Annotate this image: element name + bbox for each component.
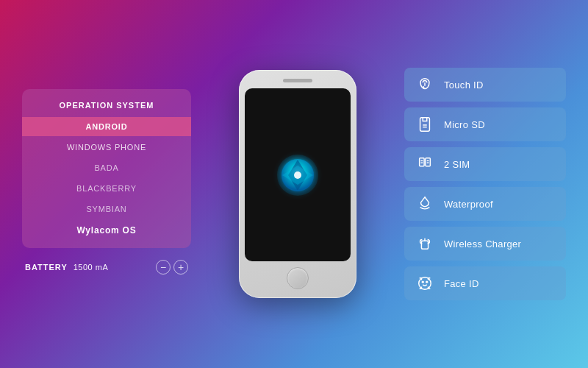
os-item-wylacom[interactable]: Wylacom OS <box>22 220 191 241</box>
svg-point-16 <box>426 281 428 283</box>
svg-point-2 <box>294 171 301 179</box>
feature-micro-sd[interactable]: Micro SD <box>404 107 566 141</box>
feature-wireless-charger[interactable]: Wireless Charger <box>404 227 566 261</box>
svg-point-14 <box>419 277 431 290</box>
face-id-label: Face ID <box>444 278 479 289</box>
svg-rect-12 <box>421 241 428 249</box>
center-phone-area <box>191 70 404 298</box>
phone-shell <box>239 70 356 298</box>
left-panel: OPERATION SYSTEM ANDROID WINDOWS PHONE B… <box>22 89 191 279</box>
water-icon <box>415 194 435 214</box>
micro-sd-label: Micro SD <box>444 119 485 130</box>
svg-point-15 <box>422 281 423 283</box>
battery-controls: − + <box>156 260 188 275</box>
sim-icon <box>415 154 435 174</box>
2sim-label: 2 SIM <box>444 159 470 170</box>
waterproof-label: Waterproof <box>444 199 493 210</box>
battery-label: BATTERY <box>25 263 68 272</box>
touch-id-label: Touch ID <box>444 79 484 91</box>
os-item-bada[interactable]: BADA <box>22 158 191 177</box>
svg-rect-7 <box>426 158 430 166</box>
svg-rect-6 <box>420 158 424 166</box>
sd-icon <box>415 114 435 135</box>
phone-screen <box>245 88 351 261</box>
os-item-windows[interactable]: WINDOWS PHONE <box>22 138 191 157</box>
feature-touch-id[interactable]: Touch ID <box>404 68 566 102</box>
battery-row: BATTERY 1500 mA − + <box>22 255 191 279</box>
battery-value: 1500 mA <box>74 263 109 272</box>
os-item-symbian[interactable]: SYMBIAN <box>22 199 191 219</box>
face-id-icon <box>415 273 435 294</box>
feature-2sim[interactable]: 2 SIM <box>404 147 566 181</box>
os-item-blackberry[interactable]: BLACKBERRY <box>22 179 191 198</box>
phone-logo-orb <box>272 149 323 201</box>
os-box-title: OPERATION SYSTEM <box>60 96 154 116</box>
os-item-android[interactable]: ANDROID <box>22 117 191 136</box>
feature-face-id[interactable]: Face ID <box>404 266 566 300</box>
right-panel: Touch ID Micro SD 2 SIM <box>404 68 566 300</box>
os-selector-box: OPERATION SYSTEM ANDROID WINDOWS PHONE B… <box>22 89 191 248</box>
svg-rect-3 <box>420 118 430 131</box>
phone-speaker <box>283 79 312 82</box>
wireless-charger-icon <box>415 233 435 254</box>
battery-plus-button[interactable]: + <box>173 260 188 275</box>
battery-minus-button[interactable]: − <box>156 260 171 275</box>
phone-home-button[interactable] <box>287 267 309 289</box>
feature-waterproof[interactable]: Waterproof <box>404 187 566 221</box>
wireless-charger-label: Wireless Charger <box>444 238 521 250</box>
fingerprint-icon <box>415 74 435 95</box>
